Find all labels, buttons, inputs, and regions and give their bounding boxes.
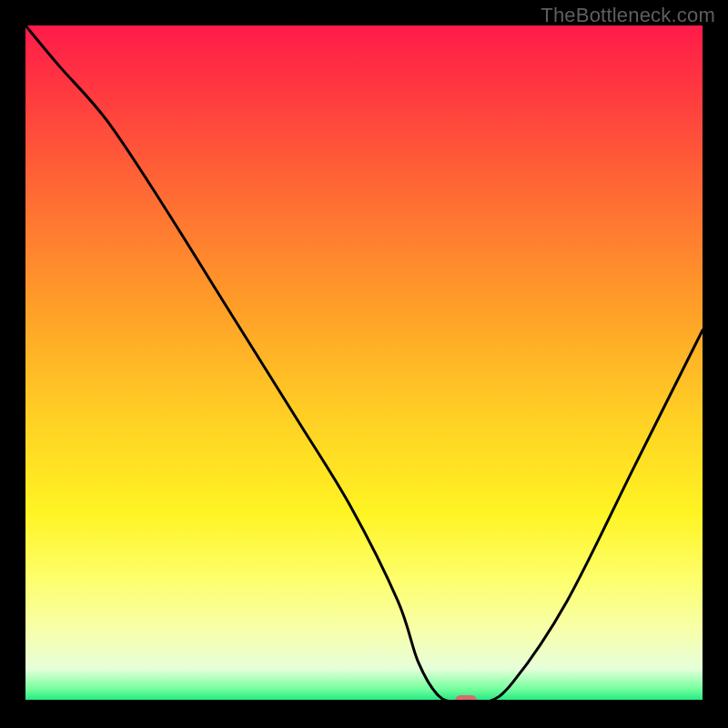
- curve-path: [25, 25, 703, 703]
- bottleneck-curve: [25, 25, 703, 703]
- chart-frame: TheBottleneck.com: [0, 0, 728, 728]
- plot-area: [25, 25, 703, 703]
- watermark-label: TheBottleneck.com: [541, 4, 715, 26]
- watermark-text: TheBottleneck.com: [541, 4, 715, 27]
- x-axis-baseline: [25, 700, 703, 703]
